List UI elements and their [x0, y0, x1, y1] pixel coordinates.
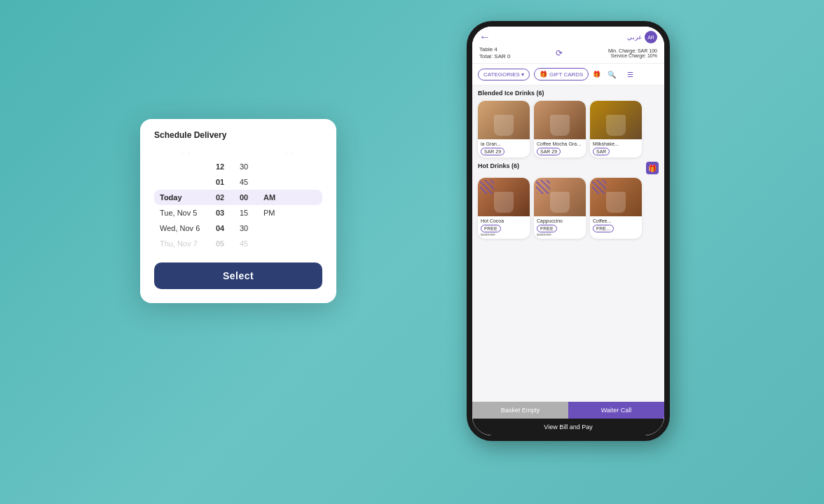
dots-min: · ·: [280, 150, 301, 158]
hot-card-1[interactable]: Cappuccino FREE SAR 04: [534, 178, 586, 239]
row-hour-0: 12: [216, 162, 233, 171]
row-day-5: Thu, Nov 7: [160, 239, 209, 248]
row-day-3: Tue, Nov 5: [160, 209, 209, 217]
row-min-0: 30: [240, 162, 256, 171]
hot-drinks-section: Hot Drinks (6) 🎁 Hot Cocoa FREE: [478, 162, 659, 239]
gift-small-icon[interactable]: 🎁: [593, 71, 600, 78]
total-label: Total: SAR 0: [479, 53, 510, 59]
schedule-row-5[interactable]: Thu, Nov 7 05 45: [154, 236, 322, 251]
search-button[interactable]: 🔍: [605, 67, 619, 81]
row-hour-active: 02: [216, 193, 233, 202]
phone-device: ← عربي AR Table 4 Total: SAR 0 ⟳ Min. Ch…: [467, 21, 670, 441]
product-card-1[interactable]: Coffee Mocha Gran... SAR 29: [534, 101, 586, 158]
modal-title: Schedule Delivery: [154, 130, 322, 140]
hot-price-0: FREE SAR 04: [478, 224, 530, 239]
table-info: Table 4 Total: SAR 0: [479, 46, 510, 60]
product-price-1: SAR 29: [534, 147, 586, 158]
gift-cards-label: GIFT CARDS: [549, 71, 583, 78]
product-price-0: SAR 29: [478, 147, 530, 158]
free-badge-2: FRE...: [593, 225, 614, 232]
product-image-0: [478, 101, 530, 139]
row-day-active: Today: [160, 193, 209, 202]
view-bill-button[interactable]: View Bill and Pay: [472, 419, 664, 435]
row-ampm-3: PM: [263, 209, 275, 217]
categories-bar: CATEGORIES ▾ 🎁 GIFT CARDS 🎁 🔍 ☰: [472, 64, 664, 85]
select-button[interactable]: Select: [154, 262, 322, 289]
free-badge-0: FREE: [481, 225, 501, 232]
product-name-1: Coffee Mocha Gran...: [534, 139, 586, 147]
back-button[interactable]: ←: [479, 31, 490, 43]
categories-label: CATEGORIES ▾: [483, 71, 524, 78]
hot-products-row: Hot Cocoa FREE SAR 04 Cappuccino: [478, 178, 659, 239]
language-button[interactable]: عربي AR: [627, 31, 657, 43]
price-badge-2: SAR: [593, 148, 610, 155]
schedule-delivery-modal: Schedule Delivery · · · · 12 30 01 45 To…: [140, 119, 336, 303]
schedule-row-3[interactable]: Tue, Nov 5 03 15 PM: [154, 205, 322, 220]
product-card-0[interactable]: ia Gran... SAR 29: [478, 101, 530, 158]
row-ampm-active: AM: [263, 193, 275, 202]
hot-price-2: FRE...: [590, 224, 642, 234]
hot-section-header: Hot Drinks (6) 🎁: [478, 162, 659, 174]
gift-cards-button[interactable]: 🎁 GIFT CARDS: [534, 68, 589, 80]
min-charge: Min. Charge: SAR 100: [608, 48, 657, 53]
action-row: Basket Empty Waiter Call: [472, 402, 664, 419]
hot-price-1: FREE SAR 04: [534, 224, 586, 239]
row-hour-4: 04: [216, 224, 233, 232]
phone-wrapper: ← عربي AR Table 4 Total: SAR 0 ⟳ Min. Ch…: [467, 21, 684, 469]
hot-image-1: [534, 178, 586, 216]
product-image-2: [590, 101, 642, 139]
hot-section-title: Hot Drinks (6): [478, 162, 519, 169]
dots-top-row: · · · ·: [154, 148, 322, 159]
list-view-button[interactable]: ☰: [623, 67, 637, 81]
hot-name-0: Hot Cocoa: [478, 216, 530, 224]
schedule-row-1[interactable]: 01 45: [154, 174, 322, 190]
hot-image-0: [478, 178, 530, 216]
waiter-call-button[interactable]: Waiter Call: [568, 402, 664, 419]
hot-card-0[interactable]: Hot Cocoa FREE SAR 04: [478, 178, 530, 239]
schedule-row-0[interactable]: 12 30: [154, 159, 322, 174]
hot-gift-icon[interactable]: 🎁: [646, 162, 659, 174]
schedule-row-active[interactable]: Today 02 00 AM: [154, 190, 322, 205]
product-name-0: ia Gran...: [478, 139, 530, 147]
lang-circle-icon: AR: [645, 31, 657, 43]
old-price-0: SAR 04: [481, 232, 527, 237]
row-min-3: 15: [240, 209, 256, 217]
price-badge-1: SAR 29: [537, 148, 561, 155]
blended-products-row: ia Gran... SAR 29 Coffee Mocha Gran... S…: [478, 101, 659, 158]
sync-icon[interactable]: ⟳: [556, 48, 563, 58]
categories-button[interactable]: CATEGORIES ▾: [478, 69, 530, 80]
row-min-5: 45: [240, 239, 256, 248]
row-min-1: 45: [240, 178, 256, 186]
basket-empty-button[interactable]: Basket Empty: [472, 402, 568, 419]
schedule-rows: 12 30 01 45 Today 02 00 AM Tue, Nov 5 03…: [154, 159, 322, 251]
row-hour-3: 03: [216, 209, 233, 217]
row-hour-5: 05: [216, 239, 233, 248]
phone-header: ← عربي AR Table 4 Total: SAR 0 ⟳ Min. Ch…: [472, 27, 664, 64]
lang-label: عربي: [627, 34, 642, 41]
hot-image-2: [590, 178, 642, 216]
list-icon: ☰: [627, 71, 633, 78]
blended-section-title: Blended Ice Drinks (6): [478, 90, 659, 97]
row-day-4: Wed, Nov 6: [160, 224, 209, 232]
phone-content: Blended Ice Drinks (6) ia Gran... SAR 29: [472, 85, 664, 401]
old-price-1: SAR 04: [537, 232, 583, 237]
phone-bottom: Basket Empty Waiter Call View Bill and P…: [472, 401, 664, 435]
product-name-2: Milkshake...: [590, 139, 642, 147]
service-charge: Service Charge: 10%: [608, 53, 657, 58]
price-badge-0: SAR 29: [481, 148, 504, 155]
schedule-row-4[interactable]: Wed, Nov 6 04 30: [154, 220, 322, 236]
hot-card-2[interactable]: Coffee... FRE...: [590, 178, 642, 239]
row-hour-1: 01: [216, 178, 233, 186]
row-min-active: 00: [240, 193, 256, 202]
charge-info: Min. Charge: SAR 100 Service Charge: 10%: [608, 48, 657, 58]
hot-name-2: Coffee...: [590, 216, 642, 224]
product-card-2[interactable]: Milkshake... SAR: [590, 101, 642, 158]
hot-name-1: Cappuccino: [534, 216, 586, 224]
product-price-2: SAR: [590, 147, 642, 158]
table-label: Table 4: [479, 46, 510, 52]
gift-icon: 🎁: [540, 71, 547, 78]
free-badge-1: FREE: [537, 225, 557, 232]
phone-screen: ← عربي AR Table 4 Total: SAR 0 ⟳ Min. Ch…: [472, 27, 664, 435]
search-icon: 🔍: [607, 71, 616, 78]
dots-hour: · ·: [176, 150, 197, 158]
